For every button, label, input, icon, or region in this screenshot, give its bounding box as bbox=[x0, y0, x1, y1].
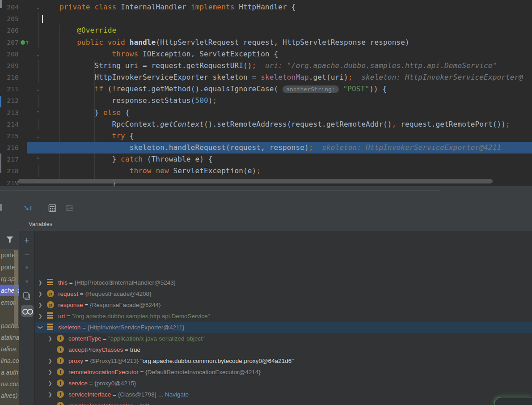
duplicate-watch-button[interactable] bbox=[19, 292, 34, 301]
line-number[interactable]: 214 bbox=[0, 119, 19, 130]
code-text[interactable]: private class InternalHandler implements… bbox=[42, 1, 532, 13]
code-text[interactable]: skeleton.handleRequest(request, response… bbox=[42, 142, 532, 153]
variable-row-serviceInterface[interactable]: ❯fserviceInterface = {Class@1798} ... Na… bbox=[35, 389, 532, 400]
code-text[interactable]: String uri = request.getRequestURI(); ur… bbox=[42, 60, 532, 72]
variable-row-response[interactable]: ❯presponse = {ResponseFacade@5244} bbox=[35, 299, 532, 311]
code-line-208[interactable]: 208⌄ throws IOException, ServletExceptio… bbox=[0, 48, 532, 60]
line-number[interactable]: 208 bbox=[0, 48, 19, 60]
code-line-205[interactable]: 205 bbox=[0, 13, 532, 25]
navigate-link[interactable]: Navigate bbox=[165, 391, 189, 398]
code-line-206[interactable]: 206 @Override bbox=[0, 25, 532, 36]
chevron-right-icon[interactable]: ❯ bbox=[47, 389, 53, 400]
token: private bbox=[59, 3, 90, 11]
code-text[interactable]: throw new ServletException(e); bbox=[42, 165, 532, 177]
code-line-211[interactable]: 211⌄ if (!request.getMethod().equalsIgno… bbox=[0, 83, 532, 95]
frames-scrollbar[interactable] bbox=[14, 250, 18, 328]
line-number[interactable]: 211 bbox=[0, 83, 19, 95]
stack-frame-item[interactable]: alves) bbox=[1, 390, 19, 401]
splitter-line[interactable] bbox=[0, 190, 440, 191]
line-number[interactable]: 216 bbox=[0, 142, 19, 153]
variable-row-acceptProxyClasses[interactable]: facceptProxyClasses = true bbox=[35, 344, 532, 355]
stack-frame-item[interactable]: na.con bbox=[1, 378, 19, 390]
fold-marker[interactable]: ⌄ bbox=[34, 130, 42, 142]
line-number[interactable]: 219 bbox=[0, 177, 19, 186]
variable-row-request[interactable]: ❯prequest = {RequestFacade@4208} bbox=[35, 288, 532, 299]
glasses-bridge bbox=[27, 311, 28, 311]
line-number[interactable]: 215 bbox=[0, 130, 19, 142]
line-number[interactable]: 218 bbox=[0, 165, 19, 177]
code-text[interactable]: try { bbox=[42, 130, 532, 142]
stack-frame-item[interactable]: a.auth bbox=[1, 367, 19, 378]
overriding-method-icon[interactable] bbox=[21, 40, 25, 45]
line-number[interactable]: 209 bbox=[0, 60, 19, 72]
line-number[interactable]: 205 bbox=[0, 13, 19, 25]
show-execution-point-button[interactable]: ➘I bbox=[23, 203, 32, 213]
horizontal-scrollbar[interactable] bbox=[18, 179, 493, 183]
code-line-210[interactable]: 210 HttpInvokerServiceExporter skeleton … bbox=[0, 72, 532, 83]
remove-watch-button[interactable]: − bbox=[19, 250, 34, 260]
code-line-218[interactable]: 218 throw new ServletException(e); bbox=[0, 165, 532, 177]
filter-frames-button[interactable] bbox=[6, 236, 14, 243]
code-line-213[interactable]: 213⌃ } else { bbox=[0, 107, 532, 119]
line-number[interactable]: 206 bbox=[0, 25, 19, 36]
chevron-right-icon[interactable]: ❯ bbox=[47, 355, 53, 367]
chevron-down-icon[interactable]: ❯ bbox=[35, 324, 46, 331]
chevron-right-icon[interactable]: ❯ bbox=[47, 378, 53, 389]
chevron-right-icon[interactable]: ❯ bbox=[37, 311, 43, 322]
add-watch-button[interactable]: + bbox=[19, 235, 34, 246]
variables-tree[interactable]: ❯this = {HttpProtocol$InternalHandler@52… bbox=[34, 231, 532, 405]
code-text[interactable] bbox=[42, 13, 532, 25]
fold-marker[interactable]: ⌄ bbox=[34, 83, 42, 95]
move-down-button[interactable]: ▼ bbox=[19, 279, 34, 284]
code-text[interactable]: } catch (Throwable e) { bbox=[42, 153, 532, 165]
chevron-right-icon[interactable]: ❯ bbox=[47, 367, 53, 378]
chevron-right-icon[interactable]: ❯ bbox=[47, 333, 53, 344]
stack-frame-item[interactable]: atalina bbox=[1, 332, 19, 343]
code-text[interactable]: if (!request.getMethod().equalsIgnoreCas… bbox=[42, 83, 532, 95]
code-text[interactable]: } else { bbox=[42, 107, 532, 119]
fold-marker[interactable]: ⌃ bbox=[34, 153, 42, 165]
layout-settings-button[interactable] bbox=[66, 205, 74, 212]
code-line-214[interactable]: 214 RpcContext.getContext().setRemoteAdd… bbox=[0, 119, 532, 130]
chevron-right-icon[interactable]: ❯ bbox=[37, 277, 43, 288]
code-line-215[interactable]: 215⌄ try { bbox=[0, 130, 532, 142]
line-number[interactable]: 210 bbox=[0, 72, 19, 83]
chevron-right-icon[interactable]: ❯ bbox=[37, 288, 43, 299]
line-number[interactable]: 204 bbox=[0, 1, 19, 13]
code-line-212[interactable]: 212 response.setStatus(500); bbox=[0, 95, 532, 107]
code-text[interactable]: RpcContext.getContext().setRemoteAddress… bbox=[42, 119, 532, 130]
fold-marker[interactable]: ⌃ bbox=[34, 107, 42, 119]
code-text[interactable]: throws IOException, ServletException { bbox=[42, 48, 532, 60]
code-line-204[interactable]: 204⌄ private class InternalHandler imple… bbox=[0, 1, 532, 13]
code-line-217[interactable]: 217⌃ } catch (Throwable e) { bbox=[0, 153, 532, 165]
show-watches-button[interactable] bbox=[21, 305, 34, 317]
code-editor[interactable]: 204⌄ private class InternalHandler imple… bbox=[0, 0, 532, 186]
chevron-right-icon[interactable]: ❯ bbox=[37, 299, 43, 311]
variable-row-remoteInvocationExecutor[interactable]: ❯fremoteInvocationExecutor = {DefaultRem… bbox=[35, 367, 532, 378]
fold-marker[interactable]: ⌄ bbox=[34, 1, 42, 13]
code-line-209[interactable]: 209 String uri = request.getRequestURI()… bbox=[0, 60, 532, 72]
variable-row-skeleton[interactable]: ❯skeleton = {HttpInvokerServiceExporter@… bbox=[35, 322, 532, 333]
notification-balloon-corner[interactable] bbox=[494, 397, 532, 405]
variable-row-contentType[interactable]: ❯fcontentType = "application/x-java-seri… bbox=[35, 333, 532, 344]
line-number[interactable]: 213 bbox=[0, 107, 19, 119]
code-text[interactable]: response.setStatus(500); bbox=[42, 95, 532, 107]
variable-row-this[interactable]: ❯this = {HttpProtocol$InternalHandler@52… bbox=[35, 277, 532, 288]
variable-row-registerTraceInterceptor[interactable]: fregisterTraceInterceptor = null bbox=[35, 400, 532, 405]
variable-row-proxy[interactable]: ❯fproxy = {$Proxy11@4213} "org.apache.du… bbox=[35, 355, 532, 367]
code-text[interactable]: @Override bbox=[42, 25, 532, 36]
code-text[interactable]: public void handle(HttpServletRequest re… bbox=[42, 37, 532, 48]
code-line-207[interactable]: 207↑ public void handle(HttpServletReque… bbox=[0, 37, 532, 48]
line-number[interactable]: 217 bbox=[0, 153, 19, 165]
stack-frame-item[interactable]: talina. bbox=[1, 343, 19, 355]
evaluate-expression-button[interactable] bbox=[48, 204, 56, 212]
code-line-216[interactable]: 216 skeleton.handleRequest(request, resp… bbox=[0, 142, 532, 153]
fold-marker[interactable]: ⌄ bbox=[34, 48, 42, 60]
move-up-button[interactable]: ▲ bbox=[19, 264, 34, 269]
variable-row-uri[interactable]: ❯uri = "/org.apache.dubbo.samples.http.a… bbox=[35, 311, 532, 322]
stack-frame-item[interactable]: lina.co bbox=[1, 355, 19, 367]
line-number[interactable]: 207 bbox=[0, 37, 19, 48]
line-number[interactable]: 212 bbox=[0, 95, 19, 107]
variable-row-service[interactable]: ❯fservice = {proxy0@4215} bbox=[35, 378, 532, 389]
code-text[interactable]: HttpInvokerServiceExporter skeleton = sk… bbox=[42, 72, 532, 83]
